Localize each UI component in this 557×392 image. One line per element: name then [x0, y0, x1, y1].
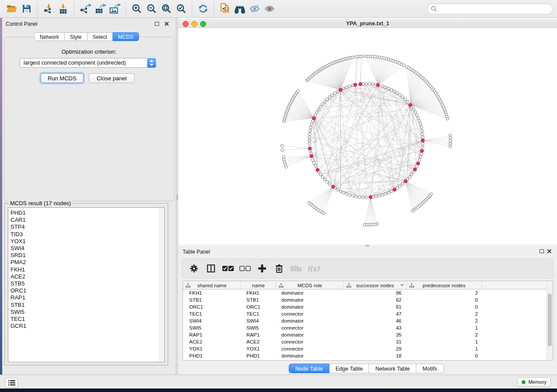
search-input[interactable] — [437, 5, 549, 12]
network-view-window: YPA_prune.txt_1 — [178, 18, 557, 244]
mcds-result-item[interactable]: TID3 — [8, 231, 159, 238]
memory-label: Memory — [528, 379, 547, 385]
mcds-result-item[interactable]: FKH1 — [8, 266, 159, 273]
cell: connector — [276, 325, 344, 330]
float-panel-icon[interactable] — [155, 22, 159, 26]
table-row[interactable]: SWI4SWI4dominator462 — [183, 317, 547, 324]
export-network-icon[interactable] — [78, 2, 93, 15]
tab-node-table[interactable]: Node Table — [289, 364, 329, 373]
mcds-result-item[interactable]: GCR1 — [8, 323, 159, 330]
table-scrollbar[interactable] — [547, 281, 553, 360]
export-table-icon[interactable] — [93, 2, 107, 15]
mcds-result-item[interactable]: ACE2 — [8, 273, 159, 280]
mcds-result-item[interactable]: STB5 — [8, 280, 159, 287]
column-header-name[interactable]: name — [241, 281, 276, 289]
mcds-result-item[interactable]: SWI5 — [8, 309, 159, 316]
cell: SWI5 — [241, 325, 276, 330]
close-panel-icon[interactable] — [164, 21, 169, 26]
cell: dominator — [276, 318, 344, 323]
float-panel-icon[interactable] — [540, 249, 544, 253]
open-session-icon[interactable] — [4, 2, 19, 15]
mcds-list-scrollbar[interactable] — [159, 208, 164, 362]
cell: 1 — [407, 346, 482, 351]
table-row[interactable]: ACE2ACE2connector311 — [183, 338, 547, 345]
import-network-icon[interactable] — [41, 2, 56, 15]
mcds-result-item[interactable]: YOX1 — [8, 238, 159, 245]
cell: SWI4 — [183, 318, 241, 323]
search-box[interactable] — [427, 3, 553, 14]
close-panel-button[interactable]: Close panel — [89, 73, 135, 83]
mcds-result-item[interactable]: CAR1 — [8, 217, 159, 224]
show-columns-icon[interactable] — [204, 262, 218, 275]
table-row[interactable]: ORC1ORC1dominator610 — [183, 303, 547, 310]
settings-gear-icon[interactable] — [187, 262, 201, 275]
tab-motifs[interactable]: Motifs — [416, 364, 443, 373]
column-header-shared-name[interactable]: shared name — [183, 281, 241, 289]
hide-graphics-details-icon[interactable] — [247, 2, 262, 15]
node-table[interactable]: shared namenameMCDS rolesuccessor nodesp… — [183, 281, 553, 361]
run-mcds-button[interactable]: Run MCDS — [41, 73, 83, 83]
task-history-button[interactable] — [5, 378, 18, 388]
zoom-out-icon[interactable] — [144, 2, 159, 15]
zoom-in-icon[interactable] — [129, 2, 144, 15]
cell: SWI4 — [241, 318, 276, 323]
delete-column-icon[interactable] — [273, 262, 286, 275]
table-row[interactable]: SWI5SWI5connector431 — [183, 324, 547, 331]
search-binoculars-icon[interactable] — [232, 2, 247, 15]
mcds-result-item[interactable]: SWI4 — [8, 245, 159, 252]
control-panel-header: Control Panel — [2, 18, 176, 29]
mcds-result-item[interactable]: STB1 — [8, 302, 159, 309]
memory-button[interactable]: Memory — [517, 377, 551, 387]
column-header-predecessor-nodes[interactable]: predecessor nodes — [407, 281, 482, 289]
table-body: FKH1FKH1dominator962STB1STB1dominator620… — [183, 289, 547, 360]
cell: 0 — [407, 297, 482, 303]
table-row[interactable]: RAP1RAP1dominator352 — [183, 331, 547, 338]
tab-select[interactable]: Select — [87, 32, 113, 41]
cell: FKH1 — [241, 290, 276, 296]
mcds-result-item[interactable]: SRD1 — [8, 252, 159, 259]
mcds-result-item[interactable]: TEC1 — [8, 316, 159, 323]
save-session-icon[interactable] — [19, 2, 34, 15]
tab-mcds[interactable]: MCDS — [113, 32, 139, 41]
optimization-criterion-value: largest connected component (undirected) — [20, 60, 147, 66]
table-row[interactable]: FKH1FKH1dominator962 — [183, 289, 547, 296]
show-graphics-details-icon[interactable] — [262, 2, 277, 15]
mcds-result-listbox[interactable]: PHD1CAR1STP4TID3YOX1SWI4SRD1PMA2FKH1ACE2… — [8, 207, 165, 362]
mcds-result-item[interactable]: ORC1 — [8, 287, 159, 294]
scrollbar-thumb[interactable] — [548, 294, 552, 346]
table-row[interactable]: YOX1YOX1connector291 — [183, 345, 547, 352]
column-header-successor-nodes[interactable]: successor nodes — [344, 281, 407, 289]
tab-network-table[interactable]: Network Table — [369, 364, 416, 373]
mcds-result-item[interactable]: PMA2 — [8, 259, 159, 266]
table-panel-tabs: Node TableEdge TableNetwork TableMotifs — [289, 364, 444, 373]
network-window-titlebar[interactable]: YPA_prune.txt_1 — [178, 19, 557, 28]
close-panel-icon[interactable] — [547, 249, 552, 254]
zoom-fit-icon[interactable] — [159, 2, 174, 15]
select-all-checkboxes-icon[interactable] — [221, 262, 235, 275]
deselect-all-checkboxes-icon[interactable] — [239, 262, 252, 275]
refresh-layout-icon[interactable] — [196, 2, 211, 15]
tab-edge-table[interactable]: Edge Table — [329, 364, 369, 373]
optimization-criterion-select[interactable]: largest connected component (undirected) — [20, 58, 156, 68]
mcds-result-item[interactable]: STP4 — [8, 224, 159, 230]
control-panel-title: Control Panel — [6, 21, 38, 27]
table-row[interactable]: PHD1PHD1dominator180 — [183, 352, 547, 359]
clone-network-icon[interactable] — [218, 2, 232, 15]
export-image-icon[interactable] — [107, 2, 122, 15]
table-row[interactable]: STB1STB1dominator620 — [183, 296, 547, 303]
mcds-result-item[interactable]: PHD1 — [8, 210, 159, 217]
tab-style[interactable]: Style — [65, 32, 87, 41]
memory-status-icon — [522, 380, 526, 384]
column-header-MCDS-role[interactable]: MCDS role — [276, 281, 344, 289]
add-column-icon[interactable] — [256, 262, 269, 275]
mcds-result-item[interactable]: RAP1 — [8, 294, 159, 301]
tab-network[interactable]: Network — [34, 32, 65, 41]
zoom-selected-icon[interactable] — [174, 2, 189, 15]
table-row[interactable]: TEC1TEC1connector472 — [183, 310, 547, 317]
toolbar-separator — [192, 2, 193, 15]
network-canvas[interactable] — [178, 28, 557, 244]
cell: 2 — [407, 332, 482, 337]
import-table-icon[interactable] — [56, 2, 71, 15]
cell: dominator — [276, 304, 344, 309]
cell: 0 — [407, 304, 482, 309]
